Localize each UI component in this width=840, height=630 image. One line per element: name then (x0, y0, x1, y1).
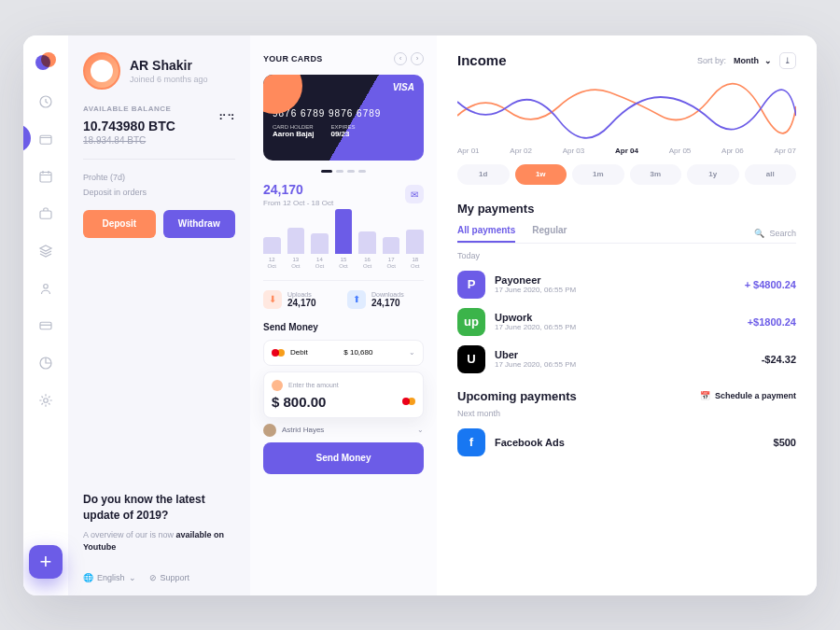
send-title: Send Money (263, 322, 424, 332)
news-card: Do you know the latest update of 2019? A… (83, 492, 235, 554)
range-pill[interactable]: 1d (457, 164, 510, 185)
date-label[interactable]: Apr 02 (510, 147, 532, 155)
mastercard-icon (402, 397, 415, 406)
sort-select[interactable]: Month⌄ (734, 56, 772, 65)
stat-value: 24,170 (263, 182, 333, 197)
merchant-icon: up (457, 308, 485, 336)
stat-range: From 12 Oct - 18 Oct (263, 199, 333, 207)
profile-panel: AR Shakir Joined 6 months ago AVAILABLE … (68, 35, 250, 595)
date-labels: Apr 01Apr 02Apr 03Apr 04Apr 05Apr 06Apr … (457, 147, 796, 155)
svg-rect-3 (40, 211, 51, 218)
card-icon[interactable] (37, 317, 54, 334)
withdraw-button[interactable]: Withdraw (163, 210, 236, 238)
balance-sub: 18.934.84 BTC (83, 135, 175, 146)
svg-point-7 (44, 398, 49, 402)
payment-amount: +$1800.24 (748, 316, 796, 328)
upcoming-title: Upcoming payments (457, 389, 577, 403)
income-chart (457, 78, 796, 139)
main-panel: Income Sort by: Month⌄ ⤓ Apr 01Apr 02Apr… (437, 35, 817, 595)
user-name: AR Shakir (130, 58, 208, 73)
bar-item[interactable]: 18Oct (406, 230, 424, 270)
date-label[interactable]: Apr 01 (457, 147, 480, 155)
payments-title: My payments (457, 202, 796, 216)
amount-input[interactable]: $ 800.00 (272, 394, 326, 410)
next-card-button[interactable]: › (411, 52, 424, 65)
support-link[interactable]: ⊘ Support (149, 573, 190, 582)
date-label[interactable]: Apr 03 (563, 147, 585, 155)
download-icon: ⬆ (347, 290, 366, 309)
range-pill[interactable]: 1m (572, 164, 624, 185)
pie-icon[interactable] (37, 355, 54, 371)
balance-main: 10.743980 BTC (83, 119, 175, 133)
credit-card[interactable]: VISA 9876 6789 9876 6789 CARD HOLDERAaro… (263, 75, 424, 161)
bar-item[interactable]: 17Oct (383, 237, 400, 270)
app-window: + AR Shakir Joined 6 months ago AVAILABL… (23, 35, 817, 595)
range-pill[interactable]: 1y (687, 164, 739, 185)
date-label[interactable]: Apr 07 (774, 147, 796, 155)
search-input[interactable]: 🔍 Search (754, 229, 796, 238)
upload-icon: ⬇ (263, 290, 282, 309)
range-pill[interactable]: 3m (630, 164, 682, 185)
orders-label: Deposit in orders (83, 188, 235, 197)
merchant-icon: f (457, 428, 485, 456)
language-select[interactable]: 🌐 English ⌄ (83, 573, 136, 582)
date-label[interactable]: Apr 04 (615, 147, 638, 155)
date-label[interactable]: Apr 06 (721, 147, 744, 155)
card-pagination[interactable] (263, 170, 424, 173)
range-pills: 1d1w1m3m1yall (457, 164, 796, 185)
merchant-icon: P (457, 271, 485, 299)
bar-item[interactable]: 16Oct (358, 231, 376, 270)
news-body: A overview of our is now available on Yo… (83, 529, 235, 554)
group-next-month: Next month (457, 409, 796, 418)
dashboard-icon[interactable] (37, 93, 54, 110)
add-button[interactable]: + (29, 545, 63, 579)
briefcase-icon[interactable] (37, 205, 54, 222)
tab-all-payments[interactable]: All payments (457, 225, 515, 243)
layers-icon[interactable] (37, 243, 54, 259)
user-joined: Joined 6 months ago (130, 75, 208, 84)
wallet-icon[interactable] (37, 131, 54, 147)
uploads-value: 24,170 (287, 298, 316, 308)
debit-select[interactable]: Debit $ 10,680 ⌄ (263, 340, 424, 366)
news-title: Do you know the latest update of 2019? (83, 492, 235, 524)
avatar[interactable] (83, 52, 120, 90)
bar-item[interactable]: 13Oct (287, 228, 305, 270)
balance-label: AVAILABLE BALANCE (83, 105, 235, 113)
range-pill[interactable]: 1w (515, 164, 567, 185)
svg-point-4 (44, 284, 49, 288)
payment-amount: -$24.32 (762, 354, 796, 365)
payment-row[interactable]: upUpwork17 June 2020, 06:55 PM+$1800.24 (457, 303, 796, 341)
bar-item[interactable]: 12Oct (263, 237, 281, 270)
bar-item[interactable]: 15Oct (335, 209, 353, 270)
income-title: Income (457, 52, 507, 68)
svg-rect-1 (40, 135, 51, 144)
tab-regular[interactable]: Regular (532, 225, 567, 243)
svg-rect-5 (40, 322, 51, 329)
cards-panel: YOUR CARDS ‹ › VISA 9876 6789 9876 6789 … (250, 35, 437, 595)
message-button[interactable]: ✉ (405, 185, 424, 203)
payment-amount: $500 (774, 437, 796, 448)
contact-select[interactable]: Astrid Hayes⌄ (263, 424, 424, 437)
bar-item[interactable]: 14Oct (311, 233, 329, 270)
settings-icon[interactable] (37, 392, 54, 409)
payment-list: PPayoneer17 June 2020, 06:55 PM+ $4800.2… (457, 266, 796, 378)
range-pill[interactable]: all (745, 164, 797, 185)
payment-date: 17 June 2020, 06:55 PM (495, 323, 576, 331)
weekly-bars: 12Oct13Oct14Oct15Oct16Oct17Oct18Oct (263, 217, 424, 271)
calendar-icon[interactable] (37, 168, 54, 185)
payment-row[interactable]: UUber17 June 2020, 06:55 PM-$24.32 (457, 341, 796, 378)
amount-input-card: Enter the amount $ 800.00 (263, 371, 424, 418)
date-label[interactable]: Apr 05 (669, 147, 692, 155)
active-indicator (23, 124, 31, 152)
payment-date: 17 June 2020, 06:55 PM (495, 286, 576, 294)
downloads-value: 24,170 (371, 298, 404, 308)
schedule-button[interactable]: 📅 Schedule a payment (700, 391, 796, 400)
payment-row[interactable]: PPayoneer17 June 2020, 06:55 PM+ $4800.2… (457, 266, 796, 303)
svg-rect-2 (40, 172, 51, 182)
prev-card-button[interactable]: ‹ (394, 52, 407, 65)
send-money-button[interactable]: Send Money (263, 442, 424, 474)
user-icon[interactable] (37, 280, 54, 297)
deposit-button[interactable]: Deposit (83, 210, 156, 238)
download-button[interactable]: ⤓ (779, 52, 796, 69)
payment-row[interactable]: f Facebook Ads $500 (457, 424, 796, 461)
